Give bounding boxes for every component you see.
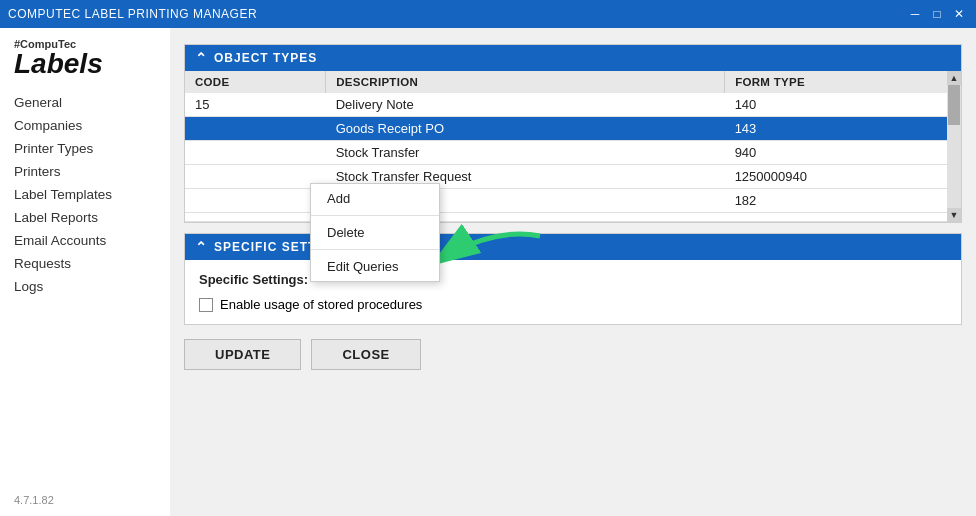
sidebar-logo: #CompuTec Labels: [14, 38, 170, 78]
sidebar-item-general[interactable]: General: [14, 92, 170, 113]
context-menu-separator: [311, 215, 439, 216]
window-controls: ─ □ ✕: [906, 5, 968, 23]
cell-description: Delivery Note: [326, 93, 725, 117]
update-button[interactable]: UPDATE: [184, 339, 301, 370]
cell-code: 15: [185, 93, 326, 117]
cell-description: Stock Transfer: [326, 141, 725, 165]
sidebar-nav: General Companies Printer Types Printers…: [14, 92, 170, 297]
table-scrollbar[interactable]: ▲ ▼: [947, 71, 961, 222]
minimize-button[interactable]: ─: [906, 5, 924, 23]
sidebar-item-logs[interactable]: Logs: [14, 276, 170, 297]
table-row[interactable]: [185, 213, 961, 222]
specific-settings-panel: ⌃ SPECIFIC SETTINGS Specific Settings: E…: [184, 233, 962, 325]
title-bar: COMPUTEC LABEL PRINTING MANAGER ─ □ ✕: [0, 0, 976, 28]
cell-description: Goods Receipt PO: [326, 117, 725, 141]
specific-settings-body: Specific Settings: Enable usage of store…: [185, 260, 961, 324]
sidebar-item-email-accounts[interactable]: Email Accounts: [14, 230, 170, 251]
checkbox-label: Enable usage of stored procedures: [220, 297, 422, 312]
app-body: #CompuTec Labels General Companies Print…: [0, 28, 976, 516]
table-row[interactable]: Stock Transfer 940: [185, 141, 961, 165]
col-header-code: CODE: [185, 71, 326, 93]
checkbox-row: Enable usage of stored procedures: [199, 297, 947, 312]
table-row[interactable]: Goods Receipt PO 143: [185, 117, 961, 141]
table-row[interactable]: Stock Transfer Request 1250000940: [185, 165, 961, 189]
logo-brand: Labels: [14, 50, 170, 78]
table-row[interactable]: 15 Delivery Note 140: [185, 93, 961, 117]
context-menu-delete[interactable]: Delete: [311, 218, 439, 247]
cell-form-type: 143: [725, 117, 961, 141]
scrollbar-thumb[interactable]: [948, 85, 960, 125]
maximize-button[interactable]: □: [928, 5, 946, 23]
context-menu: Add Delete Edit Queries: [310, 183, 440, 282]
main-content: ⌃ OBJECT TYPES CODE DESCRIPTION FORM TYP…: [170, 28, 976, 516]
scroll-down-icon[interactable]: ▼: [947, 208, 961, 222]
sidebar-item-printer-types[interactable]: Printer Types: [14, 138, 170, 159]
cell-code: [185, 165, 326, 189]
object-types-table-container: CODE DESCRIPTION FORM TYPE 15 Delivery N…: [185, 71, 961, 222]
object-types-panel: ⌃ OBJECT TYPES CODE DESCRIPTION FORM TYP…: [184, 44, 962, 223]
specific-settings-chevron-icon[interactable]: ⌃: [195, 239, 208, 255]
close-button[interactable]: CLOSE: [311, 339, 420, 370]
context-menu-separator-2: [311, 249, 439, 250]
sidebar-item-label-reports[interactable]: Label Reports: [14, 207, 170, 228]
cell-code: [185, 213, 326, 222]
cell-form-type: 140: [725, 93, 961, 117]
cell-code: [185, 117, 326, 141]
version-label: 4.7.1.82: [14, 484, 170, 506]
cell-form-type: 182: [725, 189, 961, 213]
action-buttons: UPDATE CLOSE: [184, 339, 962, 370]
context-menu-edit-queries[interactable]: Edit Queries: [311, 252, 439, 281]
cell-form-type: [725, 213, 961, 222]
cell-code: [185, 141, 326, 165]
sidebar: #CompuTec Labels General Companies Print…: [0, 28, 170, 516]
sidebar-item-companies[interactable]: Companies: [14, 115, 170, 136]
cell-form-type: 940: [725, 141, 961, 165]
specific-settings-header: ⌃ SPECIFIC SETTINGS: [185, 234, 961, 260]
object-types-chevron-icon[interactable]: ⌃: [195, 50, 208, 66]
context-menu-add[interactable]: Add: [311, 184, 439, 213]
sidebar-item-label-templates[interactable]: Label Templates: [14, 184, 170, 205]
table-row[interactable]: Goods Return 182: [185, 189, 961, 213]
object-types-header: ⌃ OBJECT TYPES: [185, 45, 961, 71]
app-title: COMPUTEC LABEL PRINTING MANAGER: [8, 7, 257, 21]
sidebar-item-requests[interactable]: Requests: [14, 253, 170, 274]
cell-code: [185, 189, 326, 213]
scroll-up-icon[interactable]: ▲: [947, 71, 961, 85]
cell-form-type: 1250000940: [725, 165, 961, 189]
window-close-button[interactable]: ✕: [950, 5, 968, 23]
col-header-form-type: FORM TYPE: [725, 71, 961, 93]
object-types-table: CODE DESCRIPTION FORM TYPE 15 Delivery N…: [185, 71, 961, 222]
object-types-title: OBJECT TYPES: [214, 51, 317, 65]
sidebar-item-printers[interactable]: Printers: [14, 161, 170, 182]
col-header-description: DESCRIPTION: [326, 71, 725, 93]
stored-procedures-checkbox[interactable]: [199, 298, 213, 312]
